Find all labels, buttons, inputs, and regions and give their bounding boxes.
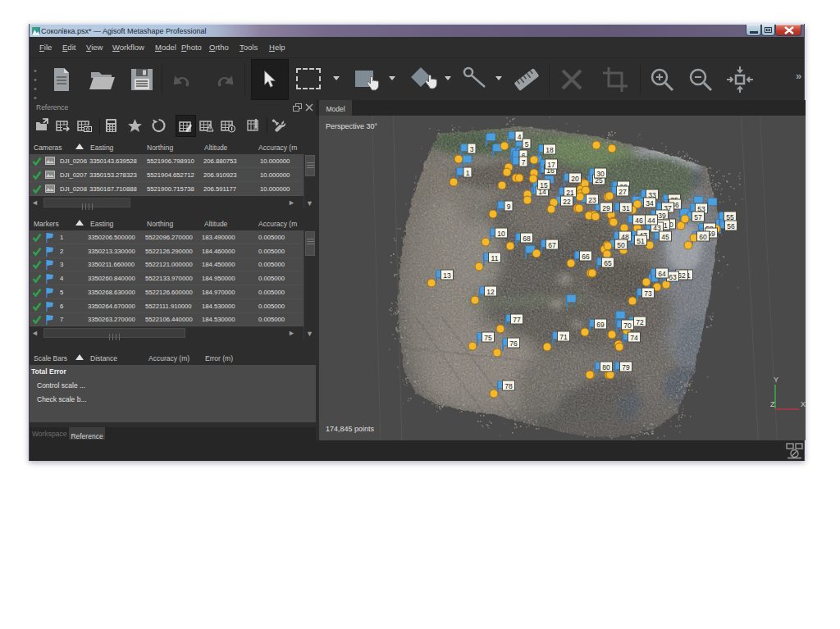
svg-text:79: 79 xyxy=(622,363,630,371)
svg-text:80: 80 xyxy=(602,363,610,371)
svg-text:71: 71 xyxy=(559,333,568,341)
svg-text:7: 7 xyxy=(522,158,526,166)
svg-text:17: 17 xyxy=(547,161,555,169)
svg-text:45: 45 xyxy=(661,233,669,241)
svg-text:13: 13 xyxy=(443,271,451,280)
svg-text:5: 5 xyxy=(525,140,529,148)
svg-text:78: 78 xyxy=(504,382,513,390)
svg-text:X: X xyxy=(801,400,806,408)
svg-text:66: 66 xyxy=(582,253,590,261)
svg-text:10: 10 xyxy=(497,230,505,238)
svg-text:31: 31 xyxy=(622,204,630,212)
svg-text:65: 65 xyxy=(604,259,612,267)
svg-text:68: 68 xyxy=(523,235,531,243)
svg-text:46: 46 xyxy=(635,217,643,225)
svg-text:23: 23 xyxy=(588,196,596,204)
svg-text:29: 29 xyxy=(602,204,610,212)
svg-text:11: 11 xyxy=(491,254,499,262)
svg-text:34: 34 xyxy=(646,199,654,207)
svg-text:55: 55 xyxy=(726,213,734,221)
svg-text:27: 27 xyxy=(619,188,627,196)
svg-text:69: 69 xyxy=(596,321,605,329)
svg-text:60: 60 xyxy=(699,233,707,241)
svg-text:64: 64 xyxy=(658,270,666,278)
svg-text:3: 3 xyxy=(470,145,474,153)
svg-text:Z: Z xyxy=(770,400,775,408)
svg-text:70: 70 xyxy=(623,321,632,330)
svg-text:74: 74 xyxy=(630,334,638,342)
svg-text:9: 9 xyxy=(507,203,511,211)
svg-text:Y: Y xyxy=(774,376,778,384)
svg-text:44: 44 xyxy=(647,217,655,225)
svg-text:75: 75 xyxy=(484,334,492,342)
svg-text:20: 20 xyxy=(571,175,579,183)
svg-text:30: 30 xyxy=(596,170,605,178)
svg-text:22: 22 xyxy=(563,198,571,206)
svg-text:18: 18 xyxy=(546,146,554,154)
svg-text:67: 67 xyxy=(548,241,556,249)
svg-text:50: 50 xyxy=(617,241,625,249)
svg-text:51: 51 xyxy=(637,237,645,245)
svg-text:76: 76 xyxy=(509,340,518,348)
svg-text:39: 39 xyxy=(658,212,666,220)
svg-text:4: 4 xyxy=(518,133,522,141)
svg-text:72: 72 xyxy=(636,318,644,326)
svg-text:15: 15 xyxy=(540,181,548,189)
svg-text:63: 63 xyxy=(669,273,677,281)
svg-text:73: 73 xyxy=(644,289,652,298)
svg-text:1: 1 xyxy=(466,169,470,177)
svg-text:57: 57 xyxy=(694,213,702,221)
svg-text:12: 12 xyxy=(486,288,495,296)
svg-text:56: 56 xyxy=(727,222,735,230)
svg-text:77: 77 xyxy=(513,316,521,324)
svg-text:21: 21 xyxy=(566,189,574,197)
